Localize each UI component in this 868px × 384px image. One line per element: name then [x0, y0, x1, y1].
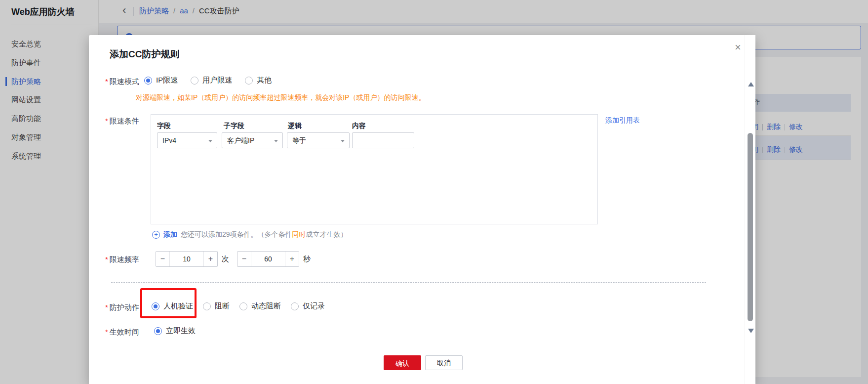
radio-selected-icon[interactable] — [144, 77, 152, 85]
minus-icon[interactable]: − — [156, 252, 170, 266]
radio-icon[interactable] — [239, 302, 247, 310]
seconds-unit-label: 秒 — [303, 251, 311, 267]
content-input[interactable] — [352, 132, 414, 148]
condition-builder-box: 字段 子字段 逻辑 内容 IPv4 客户端IP 等于 — [151, 114, 598, 224]
rate-mode-tip: 对源端限速，如某IP（或用户）的访问频率超过限速频率，就会对该IP（或用户）的访… — [136, 93, 425, 102]
add-condition-link[interactable]: 添加 — [163, 230, 177, 239]
effective-time-radio-group: 立即生效 — [154, 326, 196, 336]
radio-option-ip-limit[interactable]: IP限速 — [144, 76, 178, 85]
radio-icon[interactable] — [291, 302, 299, 310]
rate-condition-label: *限速条件 — [105, 117, 139, 126]
scroll-up-arrow-icon[interactable] — [748, 82, 754, 86]
radio-icon[interactable] — [203, 302, 211, 310]
add-condition-hint: 您还可以添加29项条件。（多个条件同时成立才生效） — [181, 230, 348, 239]
rate-frequency-controls: − 10 + 次 − 60 + 秒 — [156, 251, 311, 267]
section-dashed-divider — [111, 282, 706, 283]
scroll-down-arrow-icon[interactable] — [748, 329, 754, 333]
required-asterisk: * — [105, 255, 108, 263]
radio-option-user-limit[interactable]: 用户限速 — [191, 76, 232, 85]
chevron-down-icon — [341, 140, 345, 142]
required-asterisk: * — [105, 303, 108, 311]
column-header-subfield: 子字段 — [224, 122, 244, 130]
chevron-down-icon — [208, 140, 212, 142]
cancel-button[interactable]: 取消 — [425, 355, 463, 370]
required-asterisk: * — [105, 117, 108, 125]
dialog-title: 添加CC防护规则 — [110, 48, 179, 61]
add-condition-row: + 添加 您还可以添加29项条件。（多个条件同时成立才生效） — [152, 230, 348, 239]
logic-select[interactable]: 等于 — [287, 132, 350, 148]
rate-mode-radio-group: IP限速 用户限速 其他 — [144, 76, 272, 85]
protect-action-label: *防护动作 — [105, 303, 139, 312]
column-header-logic: 逻辑 — [288, 122, 302, 130]
seconds-value[interactable]: 60 — [251, 252, 285, 266]
required-asterisk: * — [105, 77, 108, 85]
rate-frequency-label: *限速频率 — [105, 255, 139, 264]
times-value[interactable]: 10 — [170, 252, 203, 266]
required-asterisk: * — [105, 328, 108, 336]
radio-option-immediate[interactable]: 立即生效 — [154, 326, 196, 336]
seconds-stepper: − 60 + — [237, 251, 299, 267]
red-annotation-box — [140, 288, 197, 318]
rate-mode-label: *限速模式 — [105, 77, 139, 86]
column-header-field: 字段 — [157, 122, 171, 130]
chevron-down-icon — [274, 140, 278, 142]
close-icon[interactable]: × — [735, 42, 741, 53]
add-circle-plus-icon[interactable]: + — [152, 231, 160, 239]
plus-icon[interactable]: + — [285, 252, 299, 266]
field-select[interactable]: IPv4 — [157, 132, 217, 148]
radio-icon[interactable] — [191, 77, 198, 85]
radio-option-block[interactable]: 阻断 — [203, 301, 230, 311]
subfield-select[interactable]: 客户端IP — [222, 132, 283, 148]
times-stepper: − 10 + — [156, 251, 218, 267]
radio-selected-icon[interactable] — [154, 327, 162, 335]
minus-icon[interactable]: − — [237, 252, 251, 266]
modal-scrollbar-thumb[interactable] — [748, 133, 753, 321]
plus-icon[interactable]: + — [203, 252, 217, 266]
radio-option-log-only[interactable]: 仅记录 — [291, 301, 325, 311]
hint-highlight: 同时 — [292, 230, 306, 238]
radio-option-other[interactable]: 其他 — [245, 76, 272, 85]
column-header-content: 内容 — [352, 122, 366, 130]
add-reference-table-link[interactable]: 添加引用表 — [605, 116, 640, 125]
times-unit-label: 次 — [222, 251, 229, 267]
radio-option-dynamic-block[interactable]: 动态阻断 — [239, 301, 281, 311]
radio-icon[interactable] — [245, 77, 253, 85]
effective-time-label: *生效时间 — [105, 328, 139, 337]
confirm-button[interactable]: 确认 — [384, 355, 421, 370]
add-cc-rule-dialog: × 添加CC防护规则 *限速模式 IP限速 用户限速 其他 对源端限速，如某IP… — [89, 35, 755, 384]
